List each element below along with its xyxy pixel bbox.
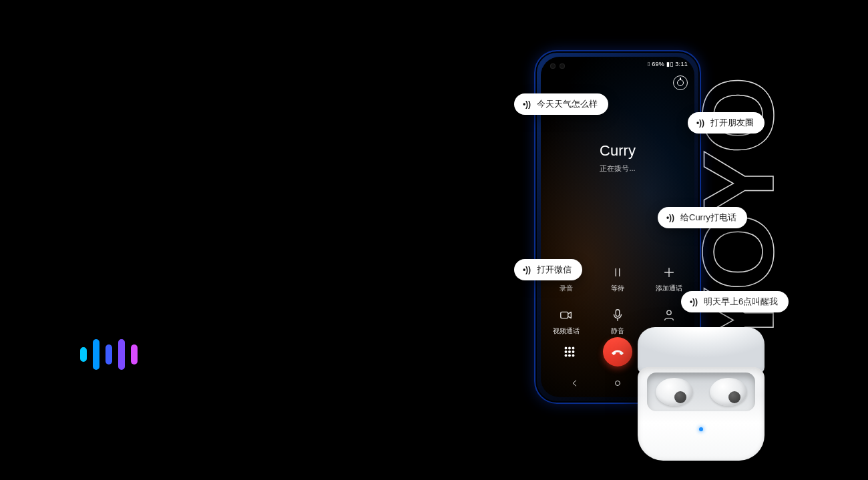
voice-bubble-moments: •)) 打开朋友圈 [688,112,765,134]
bubble-text: 今天天气怎么样 [537,98,598,110]
record-label: 录音 [560,284,573,293]
assistant-badge-icon [673,75,688,90]
svg-point-3 [565,347,567,349]
bubble-text: 打开微信 [537,264,572,276]
video-call-button[interactable]: 视频通话 [541,308,592,336]
add-call-button[interactable]: 添加通话 [643,265,694,293]
nav-home-icon[interactable] [613,379,622,391]
svg-point-12 [616,381,620,386]
svg-rect-1 [616,310,620,316]
mute-label: 静音 [611,326,624,336]
speaker-icon: •)) [696,118,705,128]
bubble-text: 打开朋友圈 [710,117,754,129]
caller-name: Curry [541,142,694,160]
hold-label: 等待 [611,284,624,293]
voice-bubble-weather: •)) 今天天气怎么样 [514,93,608,115]
svg-point-10 [569,354,571,356]
voice-bubble-open-wechat: •)) 打开微信 [514,259,582,280]
speaker-icon: •)) [522,99,531,109]
mic-icon [610,308,625,322]
svg-point-2 [666,310,670,314]
mute-button[interactable]: 静音 [592,308,644,336]
svg-point-11 [572,354,574,356]
front-cameras [550,63,565,69]
svg-point-9 [565,354,567,356]
svg-point-4 [569,347,571,349]
bubble-text: 明天早上6点叫醒我 [704,296,778,308]
nav-back-icon[interactable] [570,379,580,391]
svg-point-5 [572,347,574,349]
hang-up-button[interactable] [603,337,632,367]
pause-icon [610,265,625,280]
call-state: 正在拨号... [541,164,694,174]
video-icon [559,308,574,322]
add-call-label: 添加通话 [656,284,682,293]
speaker-icon: •)) [522,265,531,274]
hold-button[interactable]: 等待 [592,265,644,293]
status-bar: 􀙇 69% ▮▯ 3:11 [648,61,688,67]
earbuds-case [638,327,765,467]
svg-rect-0 [561,312,568,318]
voice-bubble-alarm: •)) 明天早上6点叫醒我 [681,291,789,312]
person-icon [662,308,676,322]
bubble-text: 给Curry打电话 [680,212,736,224]
video-call-label: 视频通话 [553,326,580,336]
earbuds-cavity [647,373,755,411]
voice-bubble-call-curry: •)) 给Curry打电话 [658,207,747,228]
svg-point-7 [569,351,571,353]
speaker-icon: •)) [689,297,698,306]
earbud-right [710,378,747,406]
svg-point-6 [565,351,567,353]
speaker-icon: •)) [666,213,675,222]
case-led-indicator [699,427,703,431]
keypad-button[interactable] [560,342,579,361]
plus-icon [662,265,676,280]
voice-wave-icon [80,339,138,370]
earbud-left [656,378,693,406]
svg-point-8 [572,351,574,353]
